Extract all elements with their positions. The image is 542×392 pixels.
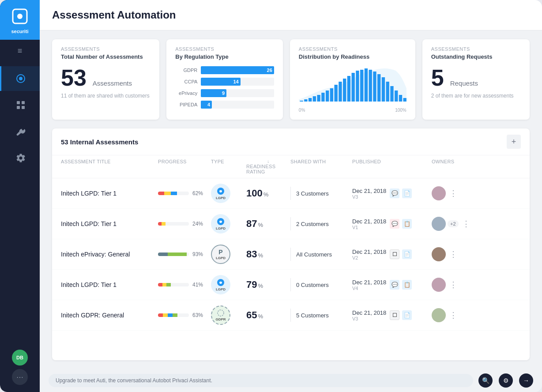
row3-owners: ⋮ — [432, 247, 476, 261]
svg-rect-23 — [365, 68, 368, 102]
row4-readiness: 79 % — [246, 279, 290, 290]
col-header-shared: Shared With — [290, 159, 352, 174]
row4-more-menu[interactable]: ⋮ — [449, 280, 457, 290]
row5-more-menu[interactable]: ⋮ — [449, 310, 457, 320]
row1-shared: 3 Customers — [290, 187, 352, 200]
row3-owner-avatar — [432, 247, 446, 261]
stat-title-distribution: Distribution by Readiness — [299, 53, 406, 60]
row5-owner-avatar — [432, 308, 446, 322]
row1-published: Dec 21, 2018 V3 💬 📄 — [352, 188, 432, 200]
row4-chat-icon[interactable]: 💬 — [390, 280, 399, 290]
stat-label-total: Assessments — [61, 46, 151, 52]
filter-icon-btn[interactable]: ⚙ — [499, 373, 513, 388]
menu-toggle-button[interactable]: ≡ — [0, 40, 40, 62]
row5-doc-icon[interactable]: 📄 — [402, 310, 412, 320]
sidebar-item-privacy[interactable] — [0, 66, 40, 91]
row2-chat-icon[interactable]: 💬 — [390, 219, 399, 229]
bottom-bar: Upgrade to meet Auti, the conversational… — [40, 369, 542, 392]
svg-rect-15 — [330, 88, 333, 102]
row5-checkbox-icon[interactable]: ☐ — [390, 310, 399, 320]
svg-rect-13 — [321, 93, 324, 102]
table-header-row: 53 Internal Assessments + — [52, 128, 530, 155]
stat-title-total: Total Number of Assessments — [61, 53, 151, 60]
sidebar-bottom: DB ⋯ — [12, 350, 28, 392]
stat-sub-total: 11 of them are shared with customers — [61, 93, 151, 99]
row2-published: Dec 21, 2018 V1 💬 📋 — [352, 218, 432, 230]
stat-card-distribution: Assessments Distribution by Readiness — [290, 39, 415, 120]
svg-rect-5 — [22, 101, 25, 104]
svg-rect-12 — [317, 95, 320, 102]
svg-rect-20 — [351, 73, 354, 102]
eprivacy-icon: P — [218, 249, 222, 256]
svg-rect-22 — [360, 70, 363, 102]
page-header: Assessment Automation — [40, 0, 542, 30]
bar-gdpr: GDPR 26 — [175, 66, 274, 74]
col-header-type: Type — [211, 159, 246, 174]
svg-point-1 — [17, 14, 23, 19]
row3-readiness: 83 % — [246, 249, 290, 260]
table-section: 53 Internal Assessments + Assessment Tit… — [52, 128, 530, 360]
table-row: Initech GDPR: General 63% — [52, 300, 530, 331]
row3-shared: All Customers — [290, 248, 352, 261]
row1-progress: 62% — [158, 190, 211, 196]
histogram-svg — [299, 66, 406, 102]
table-row: Initech LGPD: Tier 1 41% — [52, 270, 530, 300]
stat-unit-outstanding: Requests — [450, 79, 478, 87]
row2-readiness: 87 % — [246, 218, 290, 230]
row3-more-menu[interactable]: ⋮ — [449, 249, 457, 259]
row3-progress: 93% — [158, 251, 211, 257]
sidebar-item-dashboard[interactable] — [0, 93, 40, 117]
user-avatar[interactable]: DB — [12, 350, 28, 366]
col-header-published: Published — [352, 159, 432, 174]
bar-ccpa: CCPA 14 — [175, 78, 274, 86]
col-header-title: Assessment Title — [61, 159, 158, 174]
svg-rect-21 — [356, 71, 359, 102]
row4-owners: ⋮ — [432, 278, 476, 292]
row1-more-menu[interactable]: ⋮ — [449, 188, 457, 198]
row4-title: Initech LGPD: Tier 1 — [61, 281, 158, 288]
row2-owner-count: +2 — [448, 220, 459, 227]
table-row: Initech LGPD: Tier 1 24% — [52, 209, 530, 239]
stat-card-outstanding: Assessments Outstanding Requests 5 Reque… — [422, 39, 530, 120]
svg-rect-4 — [17, 101, 20, 104]
histogram-axis: 0% 100% — [299, 108, 406, 113]
col-header-owners: Owners — [432, 159, 476, 174]
row2-doc-icon[interactable]: 📋 — [402, 219, 412, 229]
svg-rect-27 — [382, 77, 385, 102]
logo-text: securiti — [9, 29, 30, 34]
page-title: Assessment Automation — [52, 9, 530, 30]
sidebar-item-settings[interactable] — [0, 146, 40, 170]
svg-rect-16 — [334, 85, 337, 102]
svg-rect-26 — [377, 74, 380, 102]
row2-progress: 24% — [158, 221, 211, 227]
stat-label-regulation: Assessments — [175, 46, 274, 52]
row3-title: Initech ePrivacy: General — [61, 251, 158, 258]
chat-bubble: Upgrade to meet Auti, the conversational… — [49, 374, 473, 387]
hamburger-icon: ≡ — [18, 46, 23, 56]
col-header-readiness: ↓ Readiness Rating — [246, 159, 290, 174]
row3-doc-icon[interactable]: 📄 — [402, 249, 412, 259]
row1-chat-icon[interactable]: 💬 — [390, 188, 399, 198]
svg-point-36 — [218, 310, 224, 316]
row1-doc-icon[interactable]: 📄 — [402, 188, 412, 198]
sidebar: securiti ≡ DB ⋯ — [0, 0, 40, 392]
row2-shared: 2 Customers — [290, 217, 352, 230]
table-body: Initech LGPD: Tier 1 62% — [52, 178, 530, 360]
sidebar-logo: securiti — [0, 0, 40, 40]
main-content: Assessment Automation Assessments Total … — [40, 0, 542, 392]
row3-checkbox-icon[interactable]: ☐ — [390, 249, 399, 259]
bar-chart: GDPR 26 CCPA 14 ePrivacy 9 PIPEDA 4 — [175, 66, 274, 109]
dots-menu[interactable]: ⋯ — [12, 369, 28, 385]
row2-more-menu[interactable]: ⋮ — [462, 219, 470, 229]
stat-card-total: Assessments Total Number of Assessments … — [52, 39, 159, 120]
sidebar-item-tools[interactable] — [0, 119, 40, 144]
bottom-icons: 🔍 ⚙ → — [478, 373, 533, 388]
histogram — [299, 66, 406, 106]
stat-label-distribution: Assessments — [299, 46, 406, 52]
expand-icon-btn[interactable]: → — [519, 373, 533, 388]
row4-doc-icon[interactable]: 📋 — [402, 280, 412, 290]
svg-rect-32 — [403, 98, 406, 102]
add-assessment-button[interactable]: + — [507, 135, 521, 149]
row5-readiness: 65 % — [246, 309, 290, 321]
search-icon-btn[interactable]: 🔍 — [478, 373, 493, 388]
